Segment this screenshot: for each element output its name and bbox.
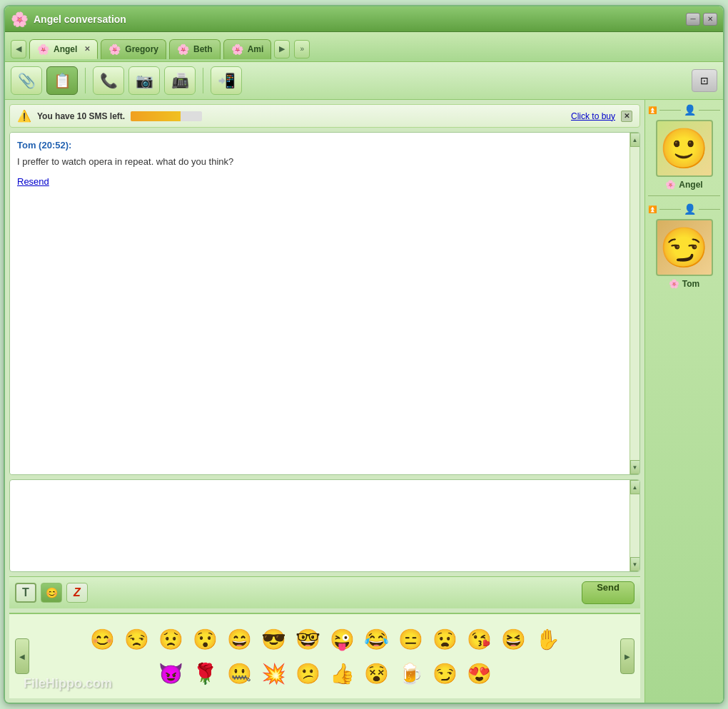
tab-beth-icon: 🌸 <box>177 44 189 55</box>
window-controls: ─ ✕ <box>686 13 717 26</box>
tab-gregory-icon: 🌸 <box>108 44 121 55</box>
person-icon-1: 👤 <box>684 104 696 116</box>
input-scroll-track <box>630 494 639 557</box>
emoji-grid: 😊 😒 😟 😯 😄 😎 🤓 😜 😂 😑 😧 😘 😆 ✋ <box>29 623 620 689</box>
emoji-6[interactable]: 😎 <box>258 623 289 655</box>
tab-more-button[interactable]: » <box>294 40 310 58</box>
tab-beth[interactable]: 🌸 Beth <box>169 39 221 59</box>
tab-beth-label: Beth <box>193 44 213 54</box>
sidebar-contact-angel: ⏫ 👤 🙂 🌸 Angel <box>648 103 720 190</box>
message-input[interactable] <box>10 480 639 571</box>
tom-name-label: Tom <box>682 279 699 289</box>
message-display-inner: Tom (20:52): I preffer to watch opera in… <box>17 140 632 187</box>
emoji-12[interactable]: 😘 <box>463 623 495 655</box>
emoji-8[interactable]: 😜 <box>326 623 358 655</box>
emoji-row-2: 😈 🌹 🤐 💥 😕 👍 😵 🍺 😏 😍 <box>35 658 615 689</box>
sms-close-button[interactable]: ✕ <box>621 111 632 122</box>
edit-button[interactable]: 📋 <box>46 66 78 95</box>
emoji-2[interactable]: 😒 <box>121 623 152 655</box>
emoji-17[interactable]: 🤐 <box>223 658 255 689</box>
toolbar-separator-1 <box>85 68 86 93</box>
attach-button[interactable]: 📎 <box>11 66 42 95</box>
emoji-18[interactable]: 💥 <box>258 658 289 689</box>
angel-name: 🌸 Angel <box>665 180 702 190</box>
angel-name-label: Angel <box>679 180 702 190</box>
expand-button[interactable]: ⊡ <box>692 69 717 92</box>
emoji-5[interactable]: 😄 <box>223 623 255 655</box>
emoji-14[interactable]: ✋ <box>532 623 563 655</box>
sidebar: ⏫ 👤 🙂 🌸 Angel ⏫ 👤 <box>644 100 723 703</box>
main-window: 🌸 Angel conversation ─ ✕ ◀ 🌸 Angel ✕ 🌸 G… <box>4 5 724 704</box>
tab-angel-label: Angel <box>54 44 77 54</box>
input-scrollbar: ▲ ▼ <box>630 480 639 571</box>
input-controls: T 😊 Z Send <box>9 576 640 608</box>
app-logo: 🌸 <box>11 11 28 28</box>
emoji-1[interactable]: 😊 <box>86 623 118 655</box>
emoji-row-1: 😊 😒 😟 😯 😄 😎 🤓 😜 😂 😑 😧 😘 😆 ✋ <box>35 623 615 655</box>
window-title: Angel conversation <box>34 14 686 25</box>
emoji-15[interactable]: 😈 <box>155 658 186 689</box>
tab-angel-icon: 🌸 <box>37 44 49 55</box>
emoji-prev-button[interactable]: ◀ <box>15 638 29 674</box>
toolbar-separator-2 <box>203 68 203 93</box>
input-area: ▲ ▼ <box>9 479 640 572</box>
tab-ami-label: Ami <box>248 44 264 54</box>
sms-buy-link[interactable]: Click to buy <box>571 111 615 121</box>
text-format-button[interactable]: T <box>15 583 36 603</box>
emoji-16[interactable]: 🌹 <box>189 658 221 689</box>
sms-bar-fill <box>131 111 181 121</box>
emoji-19[interactable]: 😕 <box>292 658 323 689</box>
collapse-icon-2[interactable]: ⏫ <box>648 205 657 213</box>
z-button[interactable]: Z <box>66 583 88 603</box>
emoji-24[interactable]: 😍 <box>463 658 495 689</box>
tabs-bar: ◀ 🌸 Angel ✕ 🌸 Gregory 🌸 Beth 🌸 Ami ▶ » <box>5 32 723 62</box>
scroll-down-button[interactable]: ▼ <box>630 460 640 474</box>
sidebar-line-2 <box>699 110 720 111</box>
send-button[interactable]: Send <box>582 581 635 604</box>
main-area: ⚠️ You have 10 SMS left. Click to buy ✕ … <box>5 100 723 703</box>
tom-name: 🌸 Tom <box>669 279 699 289</box>
emoji-10[interactable]: 😑 <box>395 623 426 655</box>
tab-gregory[interactable]: 🌸 Gregory <box>101 39 166 59</box>
sidebar-header-2: ⏫ 👤 <box>648 202 720 216</box>
tab-angel[interactable]: 🌸 Angel ✕ <box>29 39 98 59</box>
emoji-21[interactable]: 😵 <box>360 658 392 689</box>
voice-call-button[interactable]: 📞 <box>93 66 124 95</box>
tom-avatar: 😏 <box>656 219 713 276</box>
tab-ami[interactable]: 🌸 Ami <box>223 39 272 59</box>
emoji-7[interactable]: 🤓 <box>292 623 323 655</box>
input-scroll-up[interactable]: ▲ <box>630 480 640 494</box>
tab-prev-button[interactable]: ◀ <box>11 40 26 58</box>
emoji-20[interactable]: 👍 <box>326 658 358 689</box>
scroll-up-button[interactable]: ▲ <box>630 133 640 147</box>
emoji-13[interactable]: 😆 <box>497 623 529 655</box>
emoji-9[interactable]: 😂 <box>360 623 392 655</box>
sms-notice: ⚠️ You have 10 SMS left. Click to buy ✕ <box>9 104 640 128</box>
close-button[interactable]: ✕ <box>703 13 717 26</box>
tab-ami-icon: 🌸 <box>231 44 243 55</box>
emoji-23[interactable]: 😏 <box>429 658 460 689</box>
emoji-3[interactable]: 😟 <box>155 623 186 655</box>
sidebar-divider <box>648 195 720 196</box>
tab-angel-close[interactable]: ✕ <box>84 45 90 53</box>
message-scrollbar: ▲ ▼ <box>630 133 639 474</box>
collapse-icon-1[interactable]: ⏫ <box>648 106 657 114</box>
tab-next-button[interactable]: ▶ <box>274 40 290 58</box>
input-scroll-down[interactable]: ▼ <box>630 557 640 571</box>
resend-link[interactable]: Resend <box>17 176 49 187</box>
emoji-next-button[interactable]: ▶ <box>620 638 635 674</box>
sms-text: You have 10 SMS left. <box>37 111 125 121</box>
sidebar-header-1: ⏫ 👤 <box>648 103 720 117</box>
minimize-button[interactable]: ─ <box>686 13 700 26</box>
emoji-4[interactable]: 😯 <box>189 623 221 655</box>
emoji-11[interactable]: 😧 <box>429 623 460 655</box>
fax-button[interactable]: 📠 <box>164 66 196 95</box>
emoji-button[interactable]: 😊 <box>41 583 62 603</box>
mobile-button[interactable]: 📲 <box>211 66 242 95</box>
video-call-button[interactable]: 📷 <box>128 66 160 95</box>
tom-flower-icon: 🌸 <box>669 279 679 289</box>
sidebar-line-3 <box>659 209 681 210</box>
emoji-panel: ◀ 😊 😒 😟 😯 😄 😎 🤓 😜 😂 😑 😧 � <box>9 613 640 698</box>
tab-gregory-label: Gregory <box>125 44 158 54</box>
emoji-22[interactable]: 🍺 <box>395 658 426 689</box>
